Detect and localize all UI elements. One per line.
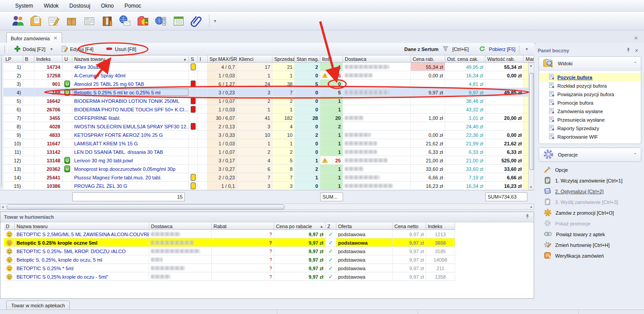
column-header-5[interactable]: Z	[326, 223, 336, 229]
binder-icon[interactable]	[98, 13, 116, 29]
column-header-15[interactable]: Wartość rab.	[485, 55, 524, 62]
collapse-chevron-icon[interactable]: ⌃	[633, 61, 637, 67]
pin-icon[interactable]	[626, 47, 631, 54]
refresh-icon[interactable]	[479, 46, 485, 53]
operation-item-1[interactable]: 1. Wczytaj zamówienie [Ctrl+1]	[539, 175, 641, 186]
menu-pomoc[interactable]: Pomoc	[119, 1, 146, 10]
scroll-down-icon[interactable]: ▾	[530, 185, 532, 189]
operation-item-7[interactable]: Zmień hurtownię [Ctrl+H]	[539, 240, 641, 250]
column-header-1[interactable]: Nazwa towaru	[15, 223, 149, 229]
table-row[interactable]: 11)13142LEN DO SSANIA TABL. d/ssania 30 …	[4, 148, 534, 156]
table-row[interactable]: 6)26706BIODERMA PHOTO NUDE TOUCH SPF 50+…	[4, 105, 534, 114]
wholesale-table-header[interactable]: DNazwa towaruDostawcaRabatCena po rabaci…	[4, 223, 455, 230]
filter-icon[interactable]	[442, 46, 449, 53]
tab-towar-w-moich-aptekach[interactable]: Towar w moich aptekach	[6, 301, 70, 310]
column-header-1[interactable]: B	[23, 55, 34, 62]
paperclip-icon[interactable]	[188, 13, 205, 29]
table-row[interactable]: 12)13148ULerivon 30 mg 30 tabl.powl3 / 0…	[4, 156, 534, 165]
toolbar-overflow-icon[interactable]: ▾	[211, 18, 219, 23]
wholesale-row[interactable]: Betoptic S, 0,25%, krople do oczu, 5 ml?…	[4, 255, 455, 264]
column-header-13[interactable]: Cena rab.	[411, 55, 445, 62]
edit-button[interactable]: Edytuj [F4]	[59, 44, 97, 54]
view-item-4[interactable]: Zamówienia wysłane	[539, 107, 641, 115]
delete-button[interactable]: Usuń [F8]	[103, 44, 139, 54]
table-row[interactable]: 3)901UAtenolol 25 TABL 25 mg 60 TAB6 / 1…	[4, 80, 534, 88]
column-header-7[interactable]: Spr.MAX/ŚR	[208, 55, 237, 62]
globe-server-icon[interactable]	[152, 13, 170, 29]
view-item-3[interactable]: Promocje bufora	[539, 98, 641, 107]
menu-okno[interactable]: Okno	[96, 1, 119, 10]
view-item-2[interactable]: Powiązania pozycji bufora	[539, 90, 641, 98]
column-header-0[interactable]: LP	[4, 55, 23, 62]
scroll-up-icon[interactable]: ▴	[530, 64, 532, 68]
wholesale-row[interactable]: BETOPTIC S 0,25% * 5ml?9,97 zł✓podstawow…	[4, 264, 455, 272]
scroll-right-icon[interactable]: ▸	[531, 205, 532, 209]
horizontal-scrollbar[interactable]: ◂ ▸	[0, 204, 534, 210]
table-row[interactable]: 13)20362UMonoprost krop.dooczuroztwór 0,…	[4, 165, 534, 173]
view-item-7[interactable]: Raportowanie WIF	[539, 132, 641, 141]
newspaper-icon[interactable]	[80, 13, 98, 29]
column-header-8[interactable]: Klienci	[237, 55, 272, 62]
wholesale-row[interactable]: Betoptic S 0.25% krople oczne 5ml?9,97 z…	[4, 238, 455, 247]
column-header-11[interactable]: Ilość	[320, 55, 343, 62]
table-row[interactable]: 10)11647LAMISILATT KREM 1% 15 G1 / 0,031…	[4, 139, 534, 148]
column-header-8[interactable]: Indeks	[426, 223, 455, 229]
wholesale-row[interactable]: BETOPTIC S 2,5MG/ML 5 ML ZAWIESINA ALCON…	[4, 230, 455, 238]
column-header-4[interactable]: Nazwa towaru ▲	[72, 55, 189, 62]
calendar-icon[interactable]	[170, 13, 188, 29]
tab-bufor-zamowienia[interactable]: Bufor zamówienia ✕	[6, 32, 62, 44]
vertical-scrollbar[interactable]: ▴ ▾	[528, 63, 534, 190]
download-button[interactable]: Pobierz [F5]	[489, 47, 515, 52]
table-row[interactable]: 7)3455COFFEPIRINE 6tabl.30 / 6,074118228…	[4, 114, 534, 122]
views-group-header[interactable]: Widoki ⌃	[539, 57, 641, 71]
column-header-16[interactable]: Mar	[524, 55, 534, 62]
mail-globe-icon[interactable]	[116, 13, 134, 29]
menu-system[interactable]: System	[10, 1, 38, 10]
wholesale-row[interactable]: BETOPTIC S 0.25%- 5ML KROP. D/OCZU /ALCO…	[4, 247, 455, 255]
column-header-7[interactable]: Cena netto	[393, 223, 426, 229]
operation-item-0[interactable]: Opcje	[539, 165, 641, 175]
operation-item-8[interactable]: $Weryfikacja zamówień	[539, 250, 641, 261]
scroll-left-icon[interactable]: ◂	[2, 205, 4, 209]
operation-item-4[interactable]: Zamów z promocji [Ctrl+O]	[539, 208, 641, 218]
table-row[interactable]: 8)4028IWOSTIN SOLECRIN EMULSJA SPRAY SPF…	[4, 122, 534, 131]
column-header-6[interactable]: Oferta	[336, 223, 393, 229]
package-icon[interactable]	[63, 13, 80, 29]
table-row[interactable]: 14)25441Plusssz Magnez Forte tabl.mus. 2…	[4, 173, 534, 182]
buffer-table-header[interactable]: LPBIndeksUNazwa towaru ▲SISpr.MAX/ŚRKlie…	[4, 55, 534, 63]
hscroll-thumb[interactable]	[7, 204, 284, 210]
commandbar-overflow-icon[interactable]: ▾	[523, 47, 531, 51]
table-row[interactable]: 5)16642BIODERMA HYDRABIO LOTION TONIK 25…	[4, 97, 534, 105]
collapse-chevron-icon[interactable]: ⌃	[633, 152, 637, 158]
contacts-icon[interactable]	[9, 13, 27, 29]
column-header-6[interactable]: I	[198, 55, 208, 62]
column-header-0[interactable]: D	[4, 223, 15, 229]
column-header-12[interactable]: Dostawca	[343, 55, 411, 62]
column-header-9[interactable]: Sprzedaż	[272, 55, 295, 62]
close-icon[interactable]: ✕	[632, 34, 640, 42]
operation-item-6[interactable]: Powiąż towary z aptek	[539, 229, 641, 240]
documents-icon[interactable]	[27, 13, 45, 29]
column-header-5[interactable]: S	[189, 55, 198, 62]
notepad-icon[interactable]	[45, 13, 63, 29]
chart-folder-icon[interactable]	[134, 13, 152, 29]
tab-close-icon[interactable]: ✕	[53, 35, 57, 41]
toolbar-grip[interactable]	[4, 45, 8, 53]
add-button[interactable]: Dodaj [F2] ▾	[11, 44, 59, 54]
view-item-0[interactable]: Pozycje bufora	[539, 73, 641, 81]
column-header-3[interactable]: U	[63, 55, 72, 62]
add-dropdown-icon[interactable]: ▾	[48, 47, 55, 51]
wholesale-row[interactable]: BETOPTIC S 0,25% krople do oczu - 5ml"?9…	[4, 272, 455, 281]
side-panel-close-icon[interactable]: ✕	[635, 48, 639, 54]
pin-icon[interactable]	[525, 214, 530, 220]
table-row[interactable]: 15)10386PROVAG ŻEL ŻEL 30 G1 / 0,1330116…	[4, 182, 534, 190]
column-header-4[interactable]: Cena po rabacie ▲	[274, 223, 326, 229]
menu-widok[interactable]: Widok	[38, 1, 64, 10]
table-row[interactable]: 1)147344Flex 30sasz.4 / 0,717212155,34 z…	[4, 63, 534, 71]
vscroll-thumb[interactable]	[529, 73, 534, 170]
table-row[interactable]: 2)17258A-Cerumen Spray 40ml1 / 0,0311050…	[4, 71, 534, 80]
table-row[interactable]: 9)4833KETOSPRAY FORTE AEROZ 10% 25 G3 / …	[4, 131, 534, 139]
menu-dostosuj[interactable]: Dostosuj	[64, 1, 96, 10]
operations-group-header[interactable]: Operacje ⌃	[539, 148, 641, 161]
view-item-5[interactable]: Przesunięcia wysłane	[539, 115, 641, 124]
